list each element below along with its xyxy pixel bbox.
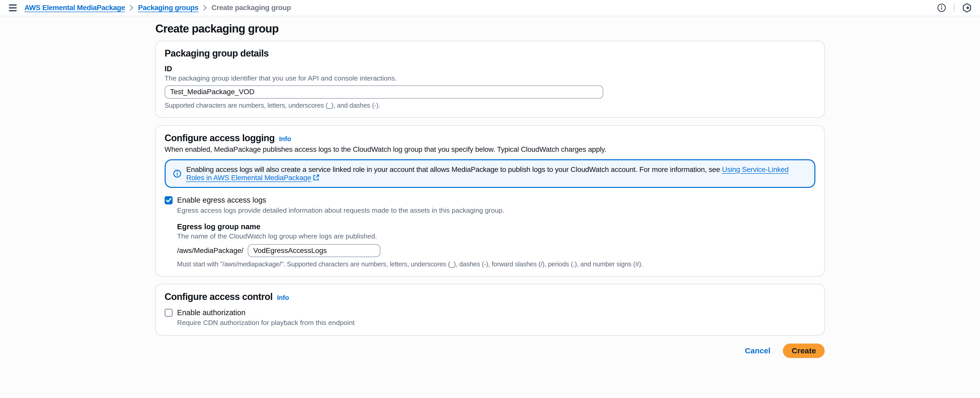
cancel-button[interactable]: Cancel	[745, 346, 770, 355]
chevron-right-icon	[203, 5, 207, 11]
egress-log-group-field: Egress log group name The name of the Cl…	[177, 223, 815, 267]
logging-card-description: When enabled, MediaPackage publishes acc…	[165, 145, 815, 154]
id-description: The packaging group identifier that you …	[165, 74, 815, 82]
id-input[interactable]	[165, 86, 603, 99]
details-card-heading: Packaging group details	[165, 48, 269, 59]
log-group-constraint-text: Must start with "/aws/mediapackage/". Su…	[177, 260, 815, 268]
egress-logs-checkbox[interactable]	[165, 196, 173, 204]
content-area: Create packaging group Packaging group d…	[155, 22, 825, 336]
packaging-group-details-card: Packaging group details ID The packaging…	[155, 41, 825, 118]
top-navigation-bar: AWS Elemental MediaPackage Packaging gro…	[0, 0, 980, 16]
log-group-label: Egress log group name	[177, 223, 815, 231]
alert-text: Enabling access logs will also create a …	[186, 166, 807, 182]
logging-card-heading: Configure access logging	[165, 133, 275, 143]
id-field: ID The packaging group identifier that y…	[165, 65, 815, 109]
id-label: ID	[165, 65, 815, 73]
log-group-input[interactable]	[248, 244, 380, 257]
chevron-right-icon	[129, 5, 134, 11]
access-card-heading: Configure access control	[165, 291, 273, 302]
authorization-checkbox[interactable]	[165, 309, 173, 317]
log-group-prefix: /aws/MediaPackage/	[177, 247, 243, 255]
create-button[interactable]: Create	[783, 344, 825, 358]
configure-access-logging-card: Configure access logging Info When enabl…	[155, 125, 825, 277]
settings-gear-icon[interactable]	[961, 2, 973, 13]
id-constraint-text: Supported characters are numbers, letter…	[165, 102, 815, 109]
info-icon[interactable]	[936, 3, 947, 13]
breadcrumb-service-link[interactable]: AWS Elemental MediaPackage	[24, 3, 125, 12]
info-alert: Enabling access logs will also create a …	[165, 159, 815, 188]
configure-access-control-card: Configure access control Info Enable aut…	[155, 284, 825, 336]
egress-logs-description: Egress access logs provide detailed info…	[177, 207, 815, 215]
breadcrumb: AWS Elemental MediaPackage Packaging gro…	[24, 3, 291, 12]
form-actions: Cancel Create	[155, 344, 825, 358]
app-window: AWS Elemental MediaPackage Packaging gro…	[0, 0, 980, 398]
alert-message: Enabling access logs will also create a …	[186, 166, 722, 174]
access-control-info-link[interactable]: Info	[277, 294, 289, 301]
hamburger-menu-icon[interactable]	[8, 3, 18, 13]
log-group-description: The name of the CloudWatch log group whe…	[177, 232, 815, 240]
authorization-checkbox-label[interactable]: Enable authorization	[177, 309, 245, 317]
egress-logs-checkbox-label[interactable]: Enable egress access logs	[177, 196, 266, 204]
topbar-utilities	[936, 2, 972, 13]
external-link-icon	[313, 175, 319, 181]
breadcrumb-current-page: Create packaging group	[212, 3, 291, 12]
topbar-divider	[954, 3, 954, 13]
authorization-description: Require CDN authorization for playback f…	[177, 319, 815, 327]
breadcrumb-packaging-groups-link[interactable]: Packaging groups	[138, 3, 199, 12]
info-circle-icon	[173, 170, 181, 178]
egress-logs-checkbox-row: Enable egress access logs	[165, 196, 815, 204]
authorization-checkbox-row: Enable authorization	[165, 309, 815, 317]
logging-info-link[interactable]: Info	[279, 135, 291, 143]
page-title: Create packaging group	[155, 22, 825, 35]
